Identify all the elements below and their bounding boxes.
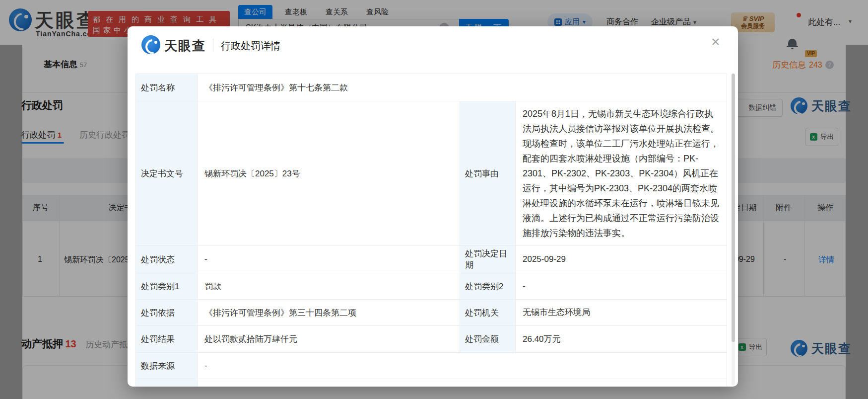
modal-title: 行政处罚详情 xyxy=(221,39,280,53)
field-value: 处以罚款贰拾陆万肆仟元 xyxy=(198,326,460,352)
field-label: 处罚事由 xyxy=(460,101,516,245)
field-value: 2025年8月1日，无锡市新吴生态环境综合行政执法局执法人员接信访举报对该单位开… xyxy=(516,101,727,245)
field-value: 26.40万元 xyxy=(516,326,727,352)
modal-scrollbar-thumb[interactable] xyxy=(732,74,735,342)
field-label: 处罚状态 xyxy=(136,246,198,273)
field-label: 处罚类别1 xyxy=(136,273,198,299)
field-value: 2025-09-29 xyxy=(516,246,727,273)
field-label: 处罚类别2 xyxy=(460,273,516,299)
field-value: - xyxy=(198,353,727,379)
penalty-detail-table: 处罚名称 《排污许可管理条例》第十七条第二款 决定书文号 锡新环罚决〔2025〕… xyxy=(135,74,727,387)
field-value xyxy=(198,379,727,387)
close-icon[interactable]: × xyxy=(711,35,720,48)
field-value: 《排污许可管理条例》第三十四条第二项 xyxy=(198,300,460,325)
field-value: 罚款 xyxy=(198,273,460,299)
field-value: 《排污许可管理条例》第十七条第二款 xyxy=(198,74,727,101)
field-label: 处罚金额 xyxy=(460,326,516,352)
field-label: 处罚依据 xyxy=(136,300,198,325)
field-label: 处罚名称 xyxy=(136,74,198,101)
modal-scrollbar[interactable] xyxy=(732,74,735,386)
modal-title-divider xyxy=(213,39,213,52)
field-label: 处罚机关 xyxy=(460,300,516,325)
field-value: - xyxy=(198,246,460,273)
field-value: - xyxy=(516,273,727,299)
field-label: 处罚结果 xyxy=(136,326,198,352)
field-value: 锡新环罚决〔2025〕23号 xyxy=(198,101,460,245)
field-value: 无锡市生态环境局 xyxy=(516,300,727,325)
field-label: 处罚决定日期 xyxy=(460,246,516,273)
tianyancha-logo-icon xyxy=(141,35,160,54)
tianyancha-page: 天眼查 TianYanCha.com 都在用的商业查询工具 国家中小企业发展基金… xyxy=(0,0,868,399)
modal-brand: 天眼查 xyxy=(164,37,206,55)
field-label: 原文链接 xyxy=(136,379,198,387)
field-label: 决定书文号 xyxy=(136,101,198,245)
field-label: 数据来源 xyxy=(136,353,198,379)
penalty-detail-modal: 天眼查 行政处罚详情 × 处罚名称 《排污许可管理条例》第十七条第二款 决定书文… xyxy=(128,26,738,387)
